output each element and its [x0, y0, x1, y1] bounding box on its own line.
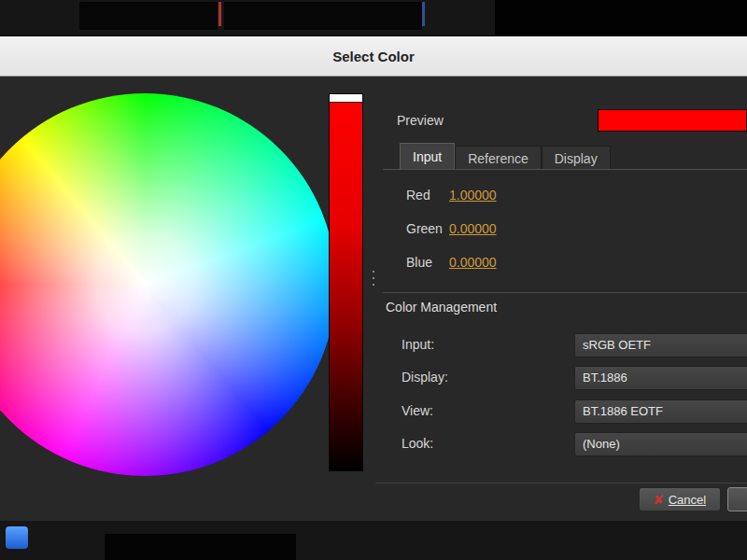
- red-channel-value[interactable]: 1.00000: [449, 188, 497, 203]
- blue-channel-value[interactable]: 0.00000: [449, 255, 497, 270]
- tab-reference[interactable]: Reference: [455, 146, 542, 170]
- pane-splitter-handle[interactable]: [373, 271, 374, 273]
- look-dropdown[interactable]: (None): [574, 432, 747, 456]
- background-panel: [495, 0, 747, 35]
- input-colorspace-label: Input:: [402, 337, 434, 352]
- background-app-bottom: [0, 521, 747, 560]
- look-label: Look:: [402, 436, 433, 451]
- ok-button-partial[interactable]: [727, 487, 747, 511]
- tabbar-baseline: [383, 169, 747, 170]
- green-channel-label: Green: [406, 221, 443, 236]
- background-app-top: [0, 0, 747, 35]
- cancel-x-icon: ✘: [654, 493, 664, 507]
- display-colorspace-dropdown[interactable]: BT.1886: [574, 366, 747, 390]
- dialog-titlebar[interactable]: Select Color: [0, 35, 747, 77]
- tab-display[interactable]: Display: [542, 146, 611, 170]
- color-wheel[interactable]: [0, 93, 336, 476]
- green-channel-value[interactable]: 0.00000: [449, 221, 497, 236]
- screen: Select Color Preview Input Reference Dis…: [0, 0, 747, 560]
- display-colorspace-label: Display:: [402, 370, 448, 385]
- preview-swatch: [598, 109, 747, 132]
- tab-input[interactable]: Input: [400, 143, 455, 170]
- view-transform-label: View:: [402, 403, 433, 418]
- cancel-button[interactable]: ✘ Cancel: [639, 487, 721, 511]
- select-color-dialog: Preview Input Reference Display Red 1.00…: [0, 77, 747, 521]
- input-colorspace-dropdown[interactable]: sRGB OETF: [574, 333, 747, 357]
- red-channel-label: Red: [406, 188, 430, 203]
- preview-label: Preview: [397, 113, 444, 128]
- app-icon: [6, 526, 28, 549]
- value-slider-handle[interactable]: [330, 94, 362, 103]
- cancel-button-label: Cancel: [669, 493, 706, 507]
- tab-bar: Input Reference Display: [400, 143, 611, 170]
- value-slider[interactable]: [329, 93, 363, 471]
- background-blue-line: [422, 2, 425, 26]
- color-management-separator: [383, 292, 747, 293]
- color-management-title: Color Management: [386, 300, 497, 315]
- blue-channel-label: Blue: [406, 255, 432, 270]
- background-panel: [79, 2, 218, 30]
- background-panel: [224, 2, 422, 30]
- dialog-title: Select Color: [332, 49, 415, 64]
- button-row-separator: [375, 483, 747, 483]
- view-transform-dropdown[interactable]: BT.1886 EOTF: [574, 399, 747, 424]
- background-panel: [105, 534, 296, 560]
- background-red-line: [218, 2, 221, 26]
